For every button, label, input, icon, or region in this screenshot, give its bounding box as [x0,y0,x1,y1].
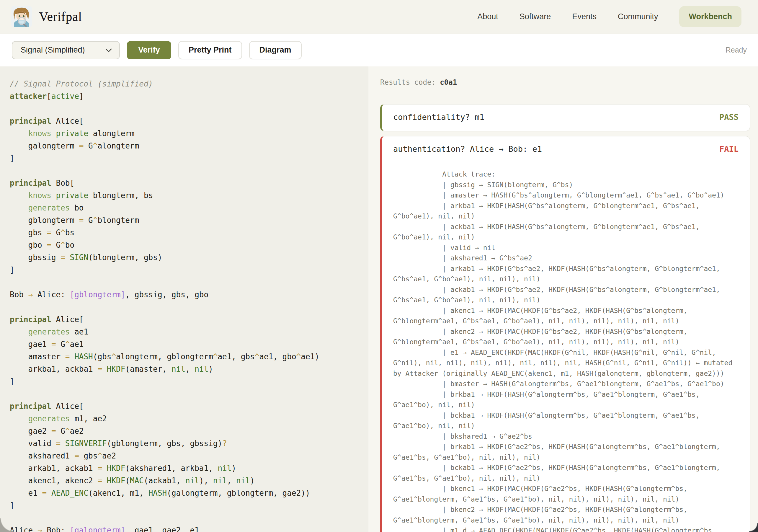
code-line: amaster = HASH(gbs^alongterm, gblongterm… [10,350,365,363]
code-token: → [38,526,42,532]
code-token: = [97,464,102,473]
code-token: alongterm, gblongterm [116,352,213,361]
pretty-print-button[interactable]: Pretty Print [178,41,242,59]
code-line: knows private alongterm [10,127,365,140]
code-line: principal Bob[ [10,177,365,189]
nav-link-software[interactable]: Software [520,12,551,21]
code-token: nil [194,365,208,373]
code-token: ^ [65,340,70,349]
code-token: alongterm [97,141,139,150]
code-token: ) [231,464,236,473]
code-token: gae2 [10,427,52,436]
code-token: gae1 [10,340,52,349]
result-card-pass: confidentiality? m1 PASS [380,104,750,131]
code-token: alongterm [88,129,135,138]
code-token: Bob: [42,526,70,532]
verifpal-mascot-icon [11,6,32,27]
code-token: , gae1, gae2, e1 [125,526,199,532]
code-token: bs [65,228,74,237]
code-token: = [79,141,84,150]
code-token: = [42,489,47,497]
code-token: (akenc1, m1, [88,489,149,497]
code-token: bo [70,203,84,212]
code-token: ] [79,92,84,101]
result-status-badge: PASS [719,113,739,122]
code-token: ? [222,439,227,448]
code-token: Alice[ [52,315,84,324]
code-token: Alice [10,526,38,532]
code-line: gbssig = SIGN(blongterm, gbs) [10,251,365,264]
code-token: G [56,340,65,349]
code-token [52,129,56,138]
code-token: principal [10,402,52,411]
code-line: attacker[active] [10,90,365,102]
nav-link-about[interactable]: About [477,12,498,21]
code-line: // Signal Protocol (simplified) [10,78,365,90]
code-token: galongterm [10,141,79,150]
code-token: knows [28,129,52,138]
code-editor[interactable]: // Signal Protocol (simplified)attacker[… [0,66,368,532]
code-token: HASH [149,489,167,497]
code-token: gblongterm [10,216,79,225]
code-line: akenc1, akenc2 = HKDF(MAC(ackab1, nil), … [10,475,365,487]
nav-link-workbench-active[interactable]: Workbench [679,6,741,27]
code-token: SIGN [70,253,88,262]
verifpal-workbench: Verifpal About Software Events Community… [0,0,758,532]
code-token [102,476,107,485]
code-token: ( [125,476,130,485]
code-token: generates [28,414,70,423]
result-card-title-row: confidentiality? m1 PASS [393,113,739,122]
code-token: gbs [79,451,98,460]
nav-link-community[interactable]: Community [618,12,658,21]
code-token: ^ [93,216,98,225]
code-token [47,489,52,497]
code-token: principal [10,179,52,188]
code-token: (amaster, [125,365,171,373]
code-line: generates bo [10,202,365,214]
code-token: HKDF [107,476,125,485]
code-token: ae1 [70,340,84,349]
verify-button[interactable]: Verify [127,41,171,59]
code-token: SIGNVERIF [65,439,107,448]
nav-link-events[interactable]: Events [572,12,597,21]
status-text: Ready [726,46,747,54]
results-pane: Results code: c0a1 confidentiality? m1 P… [368,66,758,532]
result-query: confidentiality? m1 [393,113,484,122]
diagram-button[interactable]: Diagram [249,41,302,59]
code-token: ^ [296,352,301,361]
code-line: akshared1 = gbs^ae2 [10,450,365,462]
code-token: akshared1 [10,451,74,460]
code-token: ] [10,501,15,510]
code-token [10,191,28,200]
code-token: ae2 [102,451,116,460]
code-token [102,464,107,473]
code-token: → [28,290,33,299]
code-token: generates [28,327,70,336]
code-token: nil [218,464,231,473]
code-token: = [47,228,52,237]
code-token [52,191,56,200]
code-token: nil [171,365,185,373]
code-token: [gblongterm] [70,290,125,299]
code-line [10,512,365,524]
code-token [102,365,107,373]
code-line: galongterm = G^alongterm [10,140,365,152]
code-token: Alice[ [52,402,84,411]
code-token [10,203,28,212]
attack-trace: Attack trace: | gbssig → SIGN(blongterm,… [393,169,739,532]
code-token: = [97,476,102,485]
code-token: AEAD_ENC [52,489,88,497]
code-token: nil [236,476,250,485]
code-token [10,129,28,138]
protocol-select[interactable]: Signal (Simplified) [12,41,120,59]
result-status-badge: FAIL [719,144,739,154]
code-token: = [79,216,84,225]
code-line: gae1 = G^ae1 [10,338,365,350]
code-line: ] [10,499,365,512]
results-code-label: Results code: c0a1 [380,78,750,87]
code-token: , [227,476,236,485]
code-line: e1 = AEAD_ENC(akenc1, m1, HASH(galongter… [10,487,365,499]
code-line: valid = SIGNVERIF(gblongterm, gbs, gbssi… [10,437,365,450]
code-token: ae1 [70,327,88,336]
verifpal-logo [11,6,32,27]
